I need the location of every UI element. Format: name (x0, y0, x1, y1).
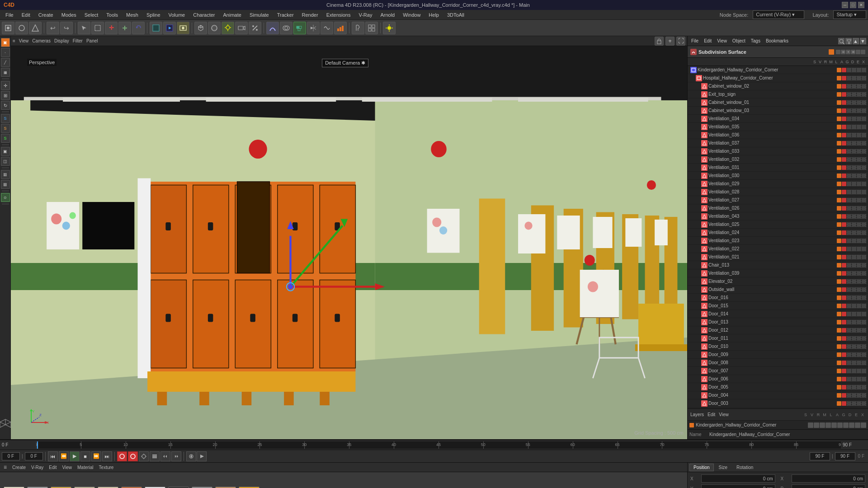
tab-rotation[interactable]: Rotation (732, 464, 757, 471)
render-red-btn[interactable] (117, 451, 127, 461)
tag-dot-1[interactable] (852, 84, 856, 89)
tag-dot-3[interactable] (862, 149, 866, 154)
mat-material-btn[interactable]: Material (75, 465, 95, 470)
visibility-dot[interactable] (837, 76, 841, 80)
menu-volume[interactable]: Volume (165, 11, 189, 19)
tag-dot-2[interactable] (857, 393, 861, 398)
tag-dot-0[interactable] (847, 165, 851, 170)
obj-dot-4[interactable]: ⊠ (851, 50, 855, 54)
tag-dot-1[interactable] (852, 320, 856, 324)
tag-dot-3[interactable] (862, 190, 866, 194)
tag-dot-3[interactable] (862, 336, 866, 341)
mat-texture-btn[interactable]: Texture (97, 465, 116, 470)
tag-dot-1[interactable] (852, 255, 856, 259)
layout-value[interactable]: Startup ▾ (833, 10, 866, 19)
render-dot[interactable] (842, 222, 846, 227)
layer-dot-9[interactable] (855, 422, 860, 428)
tag-dot-0[interactable] (847, 117, 851, 121)
pos-x-field[interactable]: 0 cm (701, 474, 775, 483)
render-dot[interactable] (842, 100, 846, 105)
tag-dot-3[interactable] (862, 68, 866, 72)
tag-dot-1[interactable] (852, 385, 856, 389)
render-dot[interactable] (842, 206, 846, 211)
tag-dot-2[interactable] (857, 133, 861, 137)
lt-scale[interactable]: ⊞ (1, 91, 10, 100)
tag-dot-2[interactable] (857, 377, 861, 381)
lt-poly-mode[interactable]: ▦ (1, 68, 10, 77)
render-dot[interactable] (842, 182, 846, 186)
tag-dot-3[interactable] (862, 182, 866, 186)
search-icon[interactable] (838, 38, 844, 44)
light-btn[interactable] (222, 22, 234, 34)
tag-dot-0[interactable] (847, 393, 851, 398)
object-list-item[interactable]: Kindergarden_Hallway_Corridor_Corner (688, 66, 868, 74)
goto-end-btn[interactable]: ⏭ (102, 451, 112, 461)
viewport-display-menu[interactable]: Display (54, 38, 69, 43)
tag-dot-3[interactable] (862, 174, 866, 178)
tag-dot-0[interactable] (847, 182, 851, 186)
expand-icon[interactable]: ▼ (860, 38, 866, 44)
layer-dot-5[interactable] (831, 422, 837, 428)
fps-end-field[interactable] (835, 452, 855, 460)
playback-opt-2[interactable] (171, 451, 181, 461)
render-region-btn[interactable] (150, 22, 162, 34)
object-list-item[interactable]: Door_009 (688, 351, 868, 359)
tag-dot-2[interactable] (857, 68, 861, 72)
render-dot[interactable] (842, 157, 846, 162)
tag-dot-2[interactable] (857, 263, 861, 267)
object-list-item[interactable]: Ventilation_034 (688, 115, 868, 123)
tag-dot-3[interactable] (862, 287, 866, 292)
tag-dot-3[interactable] (862, 133, 866, 137)
layer-dot-3[interactable] (820, 422, 825, 428)
object-list-item[interactable]: Elevator_02 (688, 277, 868, 286)
tag-dot-1[interactable] (852, 92, 856, 97)
layer-dot-4[interactable] (826, 422, 831, 428)
boole-btn[interactable] (280, 22, 292, 34)
visibility-dot[interactable] (837, 84, 841, 89)
tag-dot-1[interactable] (852, 401, 856, 406)
menu-arnold[interactable]: Arnold (377, 11, 398, 19)
render-dot[interactable] (842, 141, 846, 145)
filter-icon[interactable] (845, 38, 852, 44)
viewport-cameras-menu[interactable]: Cameras (32, 38, 51, 43)
visibility-dot[interactable] (837, 263, 841, 267)
menu-3dtoall[interactable]: 3DToAll (443, 11, 468, 19)
tag-dot-2[interactable] (857, 198, 861, 202)
prev-frame-btn[interactable]: ⏪ (59, 451, 69, 461)
tag-dot-2[interactable] (857, 76, 861, 80)
lt-s1[interactable]: S (1, 114, 10, 123)
tag-dot-3[interactable] (862, 222, 866, 227)
render-dot[interactable] (842, 149, 846, 154)
pos-px-field[interactable]: 0 cm (792, 474, 866, 483)
play-btn[interactable]: ▶ (70, 451, 80, 461)
tag-dot-3[interactable] (862, 352, 866, 357)
visibility-dot[interactable] (837, 141, 841, 145)
object-list-item[interactable]: Ventilation_039 (688, 269, 868, 277)
tag-dot-2[interactable] (857, 165, 861, 170)
object-list-item[interactable]: Door_005 (688, 383, 868, 391)
tag-dot-3[interactable] (862, 100, 866, 105)
layers-view-btn[interactable]: View (719, 412, 729, 417)
visibility-dot[interactable] (837, 157, 841, 162)
tag-dot-3[interactable] (862, 230, 866, 235)
menu-window[interactable]: Window (399, 11, 424, 19)
texture-mode-btn[interactable] (29, 22, 42, 34)
scene-edit-btn[interactable]: Edit (702, 38, 713, 44)
menu-spline[interactable]: Spline (143, 11, 164, 19)
tag-dot-0[interactable] (847, 100, 851, 105)
tag-dot-3[interactable] (862, 304, 866, 308)
lt-v2[interactable]: ◫ (1, 157, 10, 166)
tag-dot-2[interactable] (857, 279, 861, 284)
object-list-item[interactable]: Ventilation_029 (688, 180, 868, 188)
render-dot[interactable] (842, 255, 846, 259)
tag-dot-0[interactable] (847, 206, 851, 211)
record-btn[interactable] (197, 451, 207, 461)
tag-dot-1[interactable] (852, 198, 856, 202)
tag-dot-1[interactable] (852, 239, 856, 243)
tag-dot-3[interactable] (862, 108, 866, 113)
object-list-item[interactable]: Door_013 (688, 318, 868, 326)
tag-dot-1[interactable] (852, 377, 856, 381)
tag-dot-2[interactable] (857, 108, 861, 113)
menu-simulate[interactable]: Simulate (246, 11, 273, 19)
render-dot[interactable] (842, 304, 846, 308)
